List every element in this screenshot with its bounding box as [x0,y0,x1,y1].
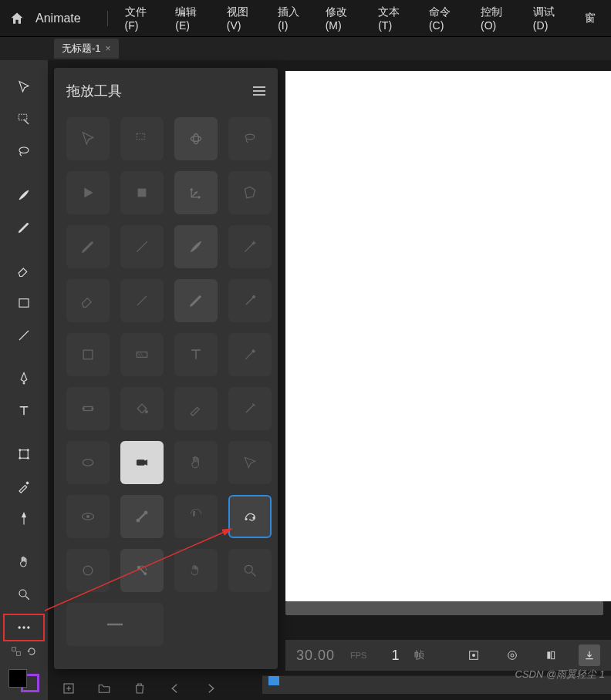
menu-view[interactable]: 视图(V) [221,1,265,36]
menu-debug[interactable]: 调试(D) [527,1,572,36]
panel-line-alt-tool[interactable] [120,225,164,268]
panel-pencil-alt-tool[interactable] [66,225,110,268]
panel-eye-tool[interactable] [66,495,110,538]
pin-tool[interactable] [8,503,40,535]
svg-rect-15 [137,133,144,140]
panel-camera-tool[interactable] [120,441,164,484]
svg-rect-39 [107,624,123,625]
panel-divider-tool[interactable] [66,603,164,646]
swap-colors-icon[interactable] [11,646,22,657]
panel-anchor-tool[interactable] [228,441,272,484]
selection-tool[interactable] [8,71,40,103]
close-icon[interactable]: × [106,43,111,54]
panel-gradient-tool[interactable] [120,333,164,376]
layer-prev-icon[interactable] [168,681,182,695]
document-tab[interactable]: 无标题-1 × [54,39,119,59]
panel-axis-tool[interactable] [174,171,218,214]
panel-bind-pose-tool[interactable] [120,549,164,592]
panel-lasso-tool[interactable] [228,117,272,160]
svg-point-5 [27,449,29,451]
menu-insert[interactable]: 插入(I) [272,1,312,36]
panel-width-tool[interactable] [66,387,110,430]
menu-file[interactable]: 文件(F) [119,1,164,36]
panel-selection-tool[interactable] [66,117,110,160]
brush-tool[interactable] [8,179,40,211]
color-swatches[interactable] [1,665,47,692]
panel-ink-tool[interactable] [228,279,272,322]
subselection-tool[interactable] [8,103,40,136]
panel-ink-bottle-tool[interactable] [228,387,272,430]
svg-point-16 [191,136,201,142]
hand-tool[interactable] [8,546,40,578]
panel-eraser-tool[interactable] [66,279,110,322]
panel-slash-tool[interactable] [120,279,164,322]
menu-window[interactable]: 窗 [579,7,602,30]
panel-wand-tool[interactable] [228,225,272,268]
panel-pencil-tool[interactable] [174,279,218,322]
svg-point-9 [19,590,26,597]
panel-transform-tool[interactable] [66,333,110,376]
panel-bone-tool[interactable] [120,495,164,538]
stage-canvas[interactable] [285,71,611,601]
menu-control[interactable]: 控制(O) [474,1,521,36]
panel-play-tool[interactable] [66,171,110,214]
svg-point-6 [19,457,21,459]
panel-hand-tool[interactable] [174,441,218,484]
fps-label: FPS [350,651,366,660]
panel-bucket-tool[interactable] [120,387,164,430]
new-folder-icon[interactable] [97,681,111,695]
new-layer-icon[interactable] [62,681,76,695]
eyedropper-tool[interactable] [8,470,40,503]
panel-stop-tool[interactable] [120,171,164,214]
more-tools-button[interactable] [3,614,45,641]
stroke-color-swatch[interactable] [8,669,27,688]
svg-point-10 [19,626,21,628]
panel-polygon-lasso-tool[interactable] [228,171,272,214]
app-header: Animate 文件(F) 编辑(E) 视图(V) 插入(I) 修改(M) 文本… [0,0,611,37]
panel-eyedropper-tool[interactable] [174,387,218,430]
text-tool[interactable] [8,395,40,427]
panel-text-tool[interactable] [174,333,218,376]
menu-edit[interactable]: 编辑(E) [169,1,214,36]
panel-bind-tool[interactable] [228,495,272,538]
svg-point-43 [508,651,517,660]
svg-rect-46 [552,651,555,658]
frame-label: 帧 [414,648,424,662]
panel-brush-tool[interactable] [174,225,218,268]
timeline-export-icon[interactable] [579,644,600,666]
menu-text[interactable]: 文本(T) [372,1,417,36]
panel-rotate-hand-tool[interactable] [174,495,218,538]
timeline-keyframe-icon[interactable] [463,644,484,666]
timeline-onion-icon[interactable] [501,644,523,666]
panel-circle-tool[interactable] [66,549,110,592]
panel-grab-tool[interactable] [174,549,218,592]
rectangle-tool[interactable] [8,287,40,319]
svg-point-24 [83,408,85,410]
svg-rect-1 [19,299,29,308]
playhead-icon[interactable] [268,676,279,685]
panel-paint-tool[interactable] [228,333,272,376]
pencil-tool[interactable] [8,211,40,244]
layer-next-icon[interactable] [204,681,218,695]
svg-point-35 [83,566,93,575]
reset-colors-icon[interactable] [26,646,37,657]
pen-tool[interactable] [8,362,40,395]
eraser-tool[interactable] [8,254,40,287]
svg-rect-28 [137,460,144,466]
home-icon[interactable] [9,10,25,27]
panel-oval-tool[interactable] [66,441,110,484]
lasso-tool[interactable] [8,136,40,168]
line-tool[interactable] [8,319,40,352]
panel-menu-icon[interactable] [253,86,265,96]
delete-layer-icon[interactable] [133,681,147,695]
panel-subselection-tool[interactable] [120,117,164,160]
svg-rect-19 [138,189,146,197]
panel-3d-rotate-tool[interactable] [174,117,218,160]
panel-zoom-tool[interactable] [228,549,272,592]
menu-command[interactable]: 命令(C) [423,1,468,36]
free-transform-tool[interactable] [8,438,40,470]
menu-modify[interactable]: 修改(M) [319,1,366,36]
horizontal-scrollbar[interactable] [285,601,603,615]
timeline-panel-icon[interactable] [540,644,562,666]
zoom-tool[interactable] [8,578,40,611]
